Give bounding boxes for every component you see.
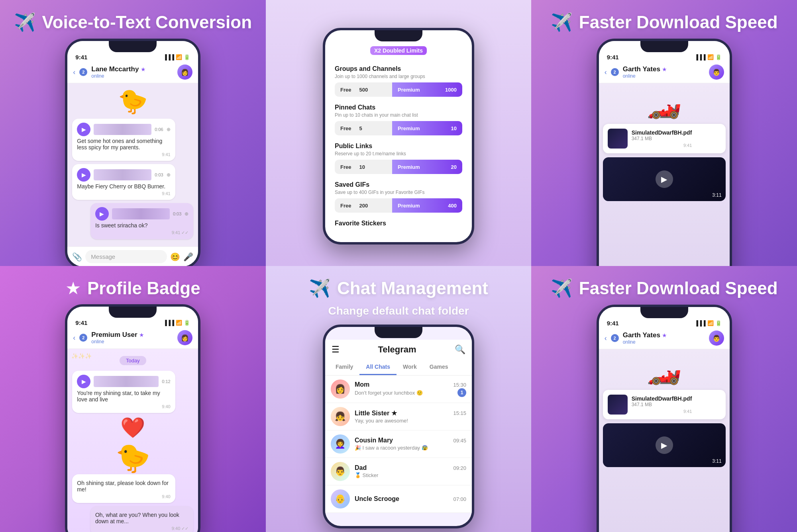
signal-6: ▐▐▐ bbox=[695, 320, 706, 326]
chat-item-dad[interactable]: 👨 Dad 09:20 🏅 Sticker bbox=[325, 458, 472, 485]
phone-notch-6 bbox=[640, 307, 688, 318]
profile-messages: ✨✨✨ Today ▶ 0:12 You're my shining star,… bbox=[67, 349, 198, 532]
tab-family[interactable]: Family bbox=[329, 360, 359, 375]
send-icon: ✈️ bbox=[14, 12, 36, 33]
back-button[interactable]: ‹ bbox=[73, 68, 75, 76]
search-icon-tg[interactable]: 🔍 bbox=[455, 344, 465, 355]
back-button-3[interactable]: ‹ bbox=[605, 68, 607, 76]
chat-header-6: ‹ 2 Garth Yates ★ online 👨 bbox=[599, 328, 730, 349]
attachment-icon[interactable]: 📎 bbox=[72, 252, 82, 262]
tab-games[interactable]: Games bbox=[423, 360, 455, 375]
chat-preview-sister: Yay, you are awesome! bbox=[355, 418, 408, 424]
tg-app-header: ☰ Telegram 🔍 bbox=[325, 340, 472, 360]
tab-work[interactable]: Work bbox=[397, 360, 423, 375]
chat-item-uncle[interactable]: 👴 Uncle Scrooge 07:00 bbox=[325, 485, 472, 513]
garth-phone-screen-top: 9:41 ▐▐▐ 📶 🔋 ‹ 2 Garth Yates ★ online 👨 … bbox=[599, 41, 730, 266]
garth-avatar-top: 👨 bbox=[709, 65, 724, 80]
profile-msg-text-3: Oh, what are you? When you look down at … bbox=[95, 512, 188, 524]
waveform-3 bbox=[112, 208, 170, 219]
file-time-bottom: 9:41 bbox=[632, 409, 692, 414]
badge-4: 2 bbox=[79, 334, 87, 342]
badge-6: 2 bbox=[611, 334, 619, 342]
profile-msg-text-2: Oh shining star, please look down for me… bbox=[77, 480, 170, 493]
chat-item-mom[interactable]: 👩 Mom 15:30 Don't forget your lunchbox 🙂… bbox=[325, 376, 472, 403]
tg-folder-tabs[interactable]: Family All Chats Work Games bbox=[325, 360, 472, 376]
back-button-6[interactable]: ‹ bbox=[605, 334, 607, 342]
file-time-top: 9:41 bbox=[632, 143, 692, 148]
premium-label: Premium bbox=[398, 87, 420, 93]
chat-item-cousin[interactable]: 👩‍🦱 Cousin Mary 09:45 🎉 I saw a racoon y… bbox=[325, 430, 472, 458]
duration-3: 0:03 bbox=[173, 211, 181, 216]
badge-3: 2 bbox=[611, 68, 619, 76]
garth-content-top: 🏎️ SimulatedDwarfBH.pdf 347.1 MB 9:41 ▶ … bbox=[599, 83, 730, 266]
garth-contact-info: Garth Yates ★ online bbox=[623, 65, 667, 79]
free-val-pinned: 5 bbox=[359, 125, 362, 131]
play-button-3[interactable]: ▶ bbox=[95, 207, 109, 221]
phone-notch-5 bbox=[375, 327, 422, 338]
chat-info-mom: Mom 15:30 Don't forget your lunchbox 🙂 1 bbox=[355, 381, 466, 397]
duration-2: 0:03 bbox=[155, 172, 163, 177]
message-input[interactable]: Message bbox=[85, 250, 167, 263]
limit-public-sub: Reserve up to 20 t.me/name links bbox=[335, 151, 462, 156]
tab-all-chats[interactable]: All Chats bbox=[359, 360, 397, 375]
play-circle-top[interactable]: ▶ bbox=[656, 170, 673, 188]
file-thumb-top bbox=[608, 129, 628, 149]
play-button-2[interactable]: ▶ bbox=[77, 168, 90, 182]
wifi-icon: 📶 bbox=[176, 54, 182, 60]
expand-icon-3: ⊕ bbox=[185, 211, 188, 217]
cell1-title: Voice-to-Text Conversion bbox=[42, 14, 252, 31]
free-label: Free bbox=[340, 87, 351, 93]
premium-contact-info: Premium User ★ online bbox=[91, 331, 144, 344]
contact-info: Lane Mccarthy ★ online bbox=[91, 65, 146, 79]
status-time-4: 9:41 bbox=[75, 319, 87, 326]
cell5-header: ✈️ Chat Management bbox=[309, 278, 488, 299]
play-circle-bottom[interactable]: ▶ bbox=[656, 436, 673, 454]
hamburger-icon[interactable]: ☰ bbox=[332, 344, 340, 355]
cell-chat-management: ✈️ Chat Management Change default chat f… bbox=[266, 266, 532, 532]
free-val-groups: 500 bbox=[359, 87, 368, 93]
chat-header-4: ‹ 2 Premium User ★ online 👩 bbox=[67, 328, 198, 349]
limit-pinned: Pinned Chats Pin up to 10 chats in your … bbox=[335, 104, 462, 135]
contact-status: online bbox=[91, 73, 146, 79]
msg-time-3: 9:41 ✓✓ bbox=[95, 230, 188, 235]
chat-info-uncle: Uncle Scrooge 07:00 bbox=[355, 495, 466, 503]
chat-time-dad: 09:20 bbox=[453, 465, 466, 471]
play-btn-profile[interactable]: ▶ bbox=[77, 375, 90, 388]
cell5-phone: ☰ Telegram 🔍 Family All Chats Work Games bbox=[323, 325, 474, 528]
chat-name-mom: Mom bbox=[355, 381, 369, 388]
garth-name-bottom: Garth Yates bbox=[623, 331, 660, 339]
profile-text-msg-2: Oh, what are you? When you look down at … bbox=[90, 506, 193, 532]
unread-badge: 2 bbox=[79, 68, 87, 76]
limit-pinned-sub: Pin up to 10 chats in your main chat lis… bbox=[335, 112, 462, 118]
premium-label-2: Premium bbox=[398, 125, 420, 131]
msg-text-1: Get some hot ones and something less spi… bbox=[77, 138, 170, 151]
limit-premium-groups: Premium 1000 bbox=[392, 82, 462, 97]
voice-icon[interactable]: 🎤 bbox=[183, 252, 193, 262]
cell5-title: Chat Management bbox=[337, 280, 488, 297]
limit-stickers: Favorite Stickers bbox=[335, 220, 462, 227]
cell6-header: ✈️ Faster Download Speed bbox=[551, 278, 778, 299]
premium-name: Premium User bbox=[91, 331, 137, 338]
chat-time-mom: 15:30 bbox=[453, 382, 466, 388]
chat-preview-dad: 🏅 Sticker bbox=[355, 472, 378, 478]
star-deco-1: ✨✨✨ bbox=[71, 353, 92, 359]
waveform-1 bbox=[94, 124, 151, 135]
garth-avatar-bottom: 👨 bbox=[709, 331, 724, 346]
limit-groups-title: Groups and Channels bbox=[335, 65, 462, 72]
back-button-4[interactable]: ‹ bbox=[73, 334, 75, 342]
avatar-dad: 👨 bbox=[331, 462, 350, 481]
chat-time-sister: 15:15 bbox=[453, 410, 466, 416]
waveform-profile bbox=[94, 376, 159, 387]
cell1-phone: 9:41 ▐▐▐ 📶 🔋 ‹ 2 Lane Mccarthy ★ online … bbox=[65, 39, 200, 266]
chat-item-sister[interactable]: 👧 Little Sister ★ 15:15 Yay, you are awe… bbox=[325, 403, 472, 430]
tg-app-title: Telegram bbox=[378, 344, 416, 355]
emoji-icon[interactable]: 😊 bbox=[170, 252, 180, 262]
play-button-1[interactable]: ▶ bbox=[77, 123, 90, 136]
limit-pinned-title: Pinned Chats bbox=[335, 104, 462, 111]
premium-avatar: 👩 bbox=[177, 330, 192, 345]
limit-public-bar: Free 10 Premium 20 bbox=[335, 160, 462, 174]
garth-status-top: online bbox=[623, 73, 667, 79]
star-icon-4: ★ bbox=[65, 278, 81, 298]
premium-val-groups: 1000 bbox=[445, 87, 457, 93]
profile-msg-time-2: 9:40 bbox=[77, 494, 170, 499]
